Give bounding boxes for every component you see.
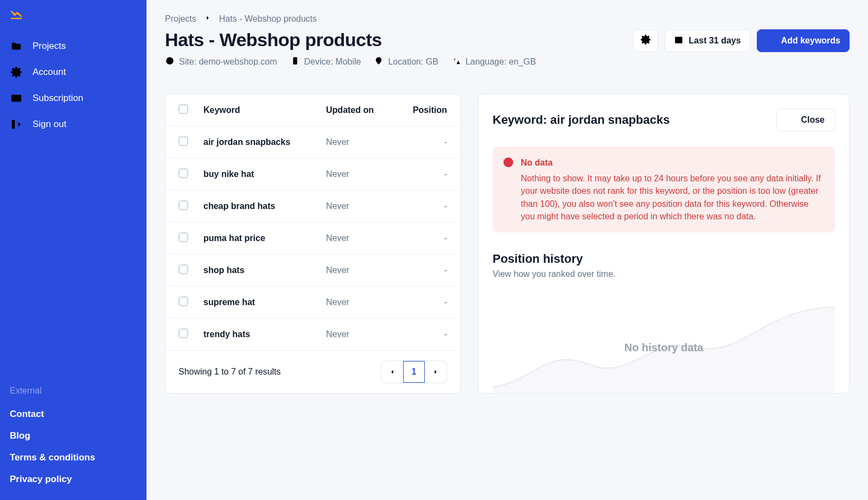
meta-site-text: Site: demo-webshop.com xyxy=(179,57,277,67)
folder-icon xyxy=(10,40,23,53)
ext-link-privacy[interactable]: Privacy policy xyxy=(10,469,137,490)
sidebar: Projects Account Subscription Sign out E… xyxy=(0,0,146,500)
date-range-button[interactable]: Last 31 days xyxy=(665,29,750,52)
meta-language-text: Language: en_GB xyxy=(465,57,536,67)
position-history-section: Position history View how you ranked ove… xyxy=(493,252,835,393)
row-keyword: buy nike hat xyxy=(196,159,318,191)
table-row[interactable]: shop hatsNever- xyxy=(165,255,460,287)
row-keyword: supreme hat xyxy=(196,287,318,319)
table-row[interactable]: cheap brand hatsNever- xyxy=(165,191,460,223)
globe-icon xyxy=(165,56,175,68)
ext-link-terms[interactable]: Terms & conditions xyxy=(10,447,137,469)
meta-site: Site: demo-webshop.com xyxy=(165,56,277,68)
sidebar-item-subscription[interactable]: Subscription xyxy=(0,85,146,111)
gear-icon xyxy=(640,34,651,47)
sidebar-item-label: Sign out xyxy=(33,119,66,130)
close-button[interactable]: Close xyxy=(776,109,835,131)
table-row[interactable]: supreme hatNever- xyxy=(165,287,460,319)
add-keywords-button[interactable]: Add keywords xyxy=(757,29,850,52)
col-keyword: Keyword xyxy=(196,94,318,126)
header-actions: Last 31 days Add keywords xyxy=(633,29,850,52)
row-checkbox-cell xyxy=(165,255,196,287)
svg-rect-1 xyxy=(11,95,21,102)
row-checkbox-cell xyxy=(165,287,196,319)
table-row[interactable]: trendy hatsNever- xyxy=(165,319,460,351)
row-position: - xyxy=(394,126,460,159)
sidebar-item-label: Account xyxy=(33,67,66,78)
meta-language: Language: en_GB xyxy=(451,56,536,68)
row-checkbox-cell xyxy=(165,191,196,223)
sidebar-item-projects[interactable]: Projects xyxy=(0,33,146,59)
row-checkbox[interactable] xyxy=(178,168,188,178)
ext-link-blog[interactable]: Blog xyxy=(10,425,137,447)
history-empty-text: No history data xyxy=(624,341,704,353)
row-updated: Never xyxy=(318,159,394,191)
meta-device-text: Device: Mobile xyxy=(304,57,361,67)
no-data-alert: No data Nothing to show. It may take up … xyxy=(493,147,835,232)
table-row[interactable]: buy nike hatNever- xyxy=(165,159,460,191)
row-keyword: cheap brand hats xyxy=(196,191,318,223)
close-icon xyxy=(787,115,795,125)
row-updated: Never xyxy=(318,319,394,351)
row-checkbox[interactable] xyxy=(178,232,188,242)
breadcrumb: Projects Hats - Webshop products xyxy=(165,14,850,24)
sidebar-item-signout[interactable]: Sign out xyxy=(0,111,146,137)
row-checkbox[interactable] xyxy=(178,328,188,338)
ext-link-contact[interactable]: Contact xyxy=(10,403,137,425)
table-row[interactable]: puma hat priceNever- xyxy=(165,223,460,255)
plus-icon xyxy=(766,35,776,47)
row-position: - xyxy=(394,159,460,191)
meta-location-text: Location: GB xyxy=(388,57,438,67)
pagination-page-1[interactable]: 1 xyxy=(403,361,425,383)
error-icon xyxy=(503,157,513,167)
row-position: - xyxy=(394,191,460,223)
row-position: - xyxy=(394,287,460,319)
keyword-detail-title: Keyword: air jordan snapbacks xyxy=(493,113,669,127)
row-checkbox[interactable] xyxy=(178,200,188,210)
calendar-icon xyxy=(674,35,684,47)
pagination-prev[interactable] xyxy=(381,361,403,383)
keyword-detail-title-value: air jordan snapbacks xyxy=(550,113,669,126)
position-history-subtitle: View how you ranked over time. xyxy=(493,269,835,279)
alert-title: No data xyxy=(521,156,824,169)
main-content: Projects Hats - Webshop products Hats - … xyxy=(146,0,868,500)
row-keyword: trendy hats xyxy=(196,319,318,351)
sidebar-nav: Projects Account Subscription Sign out xyxy=(0,33,146,137)
row-checkbox-cell xyxy=(165,159,196,191)
row-updated: Never xyxy=(318,126,394,159)
table-footer: Showing 1 to 7 of 7 results 1 xyxy=(165,351,460,393)
select-all-checkbox[interactable] xyxy=(178,104,188,114)
row-position: - xyxy=(394,319,460,351)
settings-button[interactable] xyxy=(633,29,658,52)
row-updated: Never xyxy=(318,255,394,287)
sidebar-item-account[interactable]: Account xyxy=(0,59,146,85)
row-updated: Never xyxy=(318,287,394,319)
smartphone-icon xyxy=(290,56,300,68)
meta-device: Device: Mobile xyxy=(290,56,361,68)
row-checkbox[interactable] xyxy=(178,296,188,306)
row-checkbox[interactable] xyxy=(178,264,188,274)
breadcrumb-root[interactable]: Projects xyxy=(165,14,196,24)
table-row[interactable]: air jordan snapbacksNever- xyxy=(165,126,460,159)
row-checkbox[interactable] xyxy=(178,136,188,146)
sidebar-item-label: Subscription xyxy=(33,93,84,104)
sidebar-item-label: Projects xyxy=(33,41,66,52)
pagination-next[interactable] xyxy=(425,361,446,383)
alert-body: No data Nothing to show. It may take up … xyxy=(521,156,824,223)
external-heading: External xyxy=(10,386,137,396)
row-keyword: shop hats xyxy=(196,255,318,287)
pagination: 1 xyxy=(381,360,447,383)
header-left: Hats - Webshop products Site: demo-websh… xyxy=(165,29,536,68)
row-keyword: puma hat price xyxy=(196,223,318,255)
row-updated: Never xyxy=(318,223,394,255)
map-pin-icon xyxy=(374,56,384,68)
position-history-title: Position history xyxy=(493,252,835,266)
meta-location: Location: GB xyxy=(374,56,438,68)
col-position: Position xyxy=(394,94,460,126)
card-icon xyxy=(10,92,23,105)
row-checkbox-cell xyxy=(165,319,196,351)
row-position: - xyxy=(394,255,460,287)
svg-rect-3 xyxy=(293,57,297,65)
logo xyxy=(0,8,146,33)
signout-icon xyxy=(10,118,23,131)
